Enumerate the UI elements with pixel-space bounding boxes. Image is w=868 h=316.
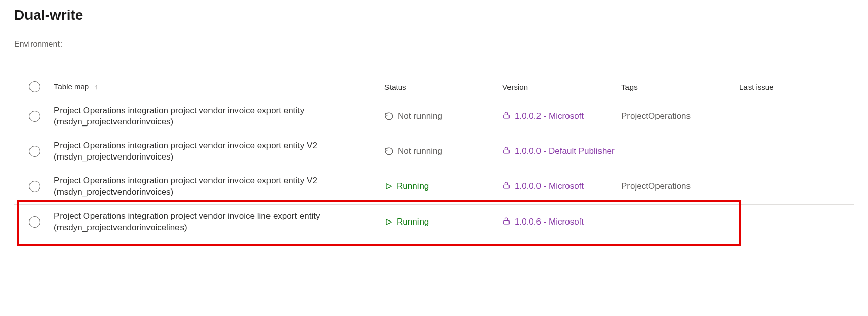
column-header-tags[interactable]: Tags xyxy=(621,83,739,91)
sort-ascending-icon: ↑ xyxy=(94,83,98,91)
not-running-icon xyxy=(384,147,394,156)
version-cell: 1.0.0.0 - Default Publisher xyxy=(502,146,621,156)
row-select-radio[interactable] xyxy=(29,111,40,122)
table-map-grid: Table map ↑ Status Version Tags Last iss… xyxy=(14,75,854,239)
status-cell: Running xyxy=(384,217,502,227)
lock-icon xyxy=(502,111,511,119)
version-cell: 1.0.0.6 - Microsoft xyxy=(502,217,621,227)
row-select-radio[interactable] xyxy=(29,216,40,228)
status-label: Not running xyxy=(398,111,442,121)
column-header-status[interactable]: Status xyxy=(384,83,502,91)
svg-rect-0 xyxy=(504,115,510,118)
lock-icon xyxy=(502,146,511,154)
column-header-status-label: Status xyxy=(384,83,406,91)
tags-cell: ProjectOperations xyxy=(621,181,739,192)
running-icon xyxy=(384,218,393,226)
svg-rect-5 xyxy=(504,220,510,224)
status-cell: Running xyxy=(384,181,502,192)
column-header-table-map[interactable]: Table map ↑ xyxy=(54,82,384,92)
column-header-table-map-label: Table map xyxy=(54,82,89,91)
table-map-name[interactable]: Project Operations integration project v… xyxy=(54,140,384,163)
status-label: Running xyxy=(397,217,429,227)
status-cell: Not running xyxy=(384,111,502,121)
version-link[interactable]: 1.0.0.6 - Microsoft xyxy=(515,217,584,227)
environment-label: Environment: xyxy=(14,40,854,49)
column-header-last-issue[interactable]: Last issue xyxy=(739,83,841,91)
grid-header-row: Table map ↑ Status Version Tags Last iss… xyxy=(14,75,854,99)
table-map-name[interactable]: Project Operations integration project v… xyxy=(54,211,384,233)
not-running-icon xyxy=(384,112,394,121)
status-cell: Not running xyxy=(384,146,502,156)
table-row[interactable]: Project Operations integration project v… xyxy=(14,169,854,204)
page-title: Dual-write xyxy=(14,7,854,23)
column-header-version-label: Version xyxy=(502,83,528,91)
table-row[interactable]: Project Operations integration project v… xyxy=(14,205,854,239)
table-map-name[interactable]: Project Operations integration project v… xyxy=(54,105,384,128)
svg-rect-3 xyxy=(504,185,510,189)
table-row[interactable]: Project Operations integration project v… xyxy=(14,99,854,134)
status-label: Running xyxy=(397,181,429,192)
lock-icon xyxy=(502,181,511,189)
tags-cell: ProjectOperations xyxy=(621,111,739,121)
table-map-name[interactable]: Project Operations integration project v… xyxy=(54,175,384,198)
status-label: Not running xyxy=(398,146,442,156)
version-cell: 1.0.0.0 - Microsoft xyxy=(502,181,621,192)
version-link[interactable]: 1.0.0.2 - Microsoft xyxy=(515,111,584,121)
column-header-tags-label: Tags xyxy=(621,83,638,91)
svg-marker-4 xyxy=(386,219,391,225)
select-all-radio[interactable] xyxy=(29,81,40,92)
lock-icon xyxy=(502,217,511,225)
row-select-radio[interactable] xyxy=(29,181,40,192)
svg-marker-2 xyxy=(386,184,391,189)
version-cell: 1.0.0.2 - Microsoft xyxy=(502,111,621,121)
table-row[interactable]: Project Operations integration project v… xyxy=(14,134,854,169)
running-icon xyxy=(384,182,393,191)
row-select-radio[interactable] xyxy=(29,146,40,157)
version-link[interactable]: 1.0.0.0 - Microsoft xyxy=(515,181,584,192)
column-header-last-issue-label: Last issue xyxy=(739,83,774,91)
version-link[interactable]: 1.0.0.0 - Default Publisher xyxy=(515,146,615,156)
column-header-version[interactable]: Version xyxy=(502,83,621,91)
svg-rect-1 xyxy=(504,150,510,154)
